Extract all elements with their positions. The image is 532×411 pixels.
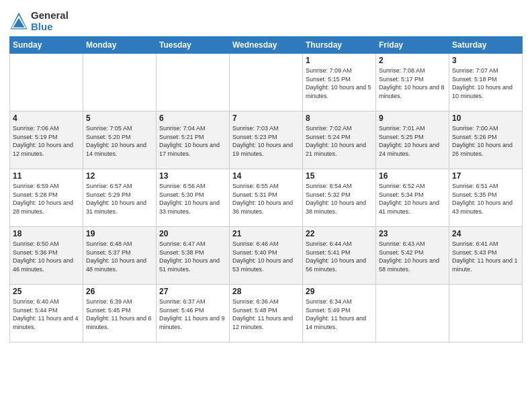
calendar-day-cell — [449, 285, 523, 342]
day-info: Sunrise: 6:51 AM Sunset: 5:35 PM Dayligh… — [452, 182, 519, 216]
day-number: 16 — [379, 171, 446, 181]
day-number: 15 — [306, 171, 373, 181]
calendar-day-cell: 26Sunrise: 6:39 AM Sunset: 5:45 PM Dayli… — [83, 285, 157, 342]
calendar-day-cell: 7Sunrise: 7:03 AM Sunset: 5:23 PM Daylig… — [230, 111, 303, 169]
calendar-day-cell: 1Sunrise: 7:09 AM Sunset: 5:15 PM Daylig… — [303, 54, 376, 111]
day-number: 7 — [232, 113, 300, 123]
day-number: 29 — [306, 287, 373, 296]
calendar-day-cell — [230, 54, 303, 111]
calendar-day-cell: 28Sunrise: 6:36 AM Sunset: 5:48 PM Dayli… — [230, 285, 303, 342]
calendar-week-row: 4Sunrise: 7:06 AM Sunset: 5:19 PM Daylig… — [10, 111, 523, 169]
day-number: 13 — [159, 171, 226, 181]
calendar-week-row: 11Sunrise: 6:59 AM Sunset: 5:28 PM Dayli… — [10, 169, 523, 227]
day-of-week-header: Monday — [83, 37, 157, 54]
header: General Blue — [9, 7, 523, 32]
day-of-week-header: Wednesday — [230, 37, 303, 54]
day-info: Sunrise: 6:46 AM Sunset: 5:40 PM Dayligh… — [232, 240, 300, 273]
day-info: Sunrise: 7:03 AM Sunset: 5:23 PM Dayligh… — [232, 124, 300, 158]
day-of-week-header: Tuesday — [157, 37, 230, 54]
day-number: 9 — [379, 113, 446, 123]
day-number: 26 — [86, 287, 153, 296]
calendar-day-cell: 13Sunrise: 6:56 AM Sunset: 5:30 PM Dayli… — [157, 169, 230, 227]
day-info: Sunrise: 6:34 AM Sunset: 5:49 PM Dayligh… — [306, 298, 373, 331]
day-info: Sunrise: 6:50 AM Sunset: 5:36 PM Dayligh… — [13, 240, 80, 273]
calendar-day-cell: 8Sunrise: 7:02 AM Sunset: 5:24 PM Daylig… — [303, 111, 376, 169]
calendar-day-cell: 12Sunrise: 6:57 AM Sunset: 5:29 PM Dayli… — [83, 169, 157, 227]
day-number: 24 — [452, 229, 519, 238]
calendar-day-cell: 17Sunrise: 6:51 AM Sunset: 5:35 PM Dayli… — [449, 169, 523, 227]
day-info: Sunrise: 6:41 AM Sunset: 5:43 PM Dayligh… — [452, 240, 519, 273]
day-number: 23 — [379, 229, 446, 238]
day-info: Sunrise: 6:54 AM Sunset: 5:32 PM Dayligh… — [306, 182, 373, 216]
day-number: 2 — [379, 56, 446, 65]
day-number: 14 — [232, 171, 300, 181]
calendar-day-cell: 20Sunrise: 6:47 AM Sunset: 5:38 PM Dayli… — [157, 227, 230, 285]
day-number: 10 — [452, 113, 519, 123]
day-number: 3 — [452, 56, 519, 65]
day-of-week-header: Thursday — [303, 37, 376, 54]
day-info: Sunrise: 7:05 AM Sunset: 5:20 PM Dayligh… — [86, 124, 153, 158]
logo-icon — [9, 11, 28, 30]
day-info: Sunrise: 6:44 AM Sunset: 5:41 PM Dayligh… — [306, 240, 373, 273]
day-info: Sunrise: 6:36 AM Sunset: 5:48 PM Dayligh… — [232, 298, 300, 331]
calendar-day-cell — [376, 285, 449, 342]
day-info: Sunrise: 6:40 AM Sunset: 5:44 PM Dayligh… — [13, 298, 80, 331]
calendar-day-cell: 23Sunrise: 6:43 AM Sunset: 5:42 PM Dayli… — [376, 227, 449, 285]
day-number: 28 — [232, 287, 300, 296]
day-number: 20 — [159, 229, 226, 238]
calendar-header-row: SundayMondayTuesdayWednesdayThursdayFrid… — [10, 37, 523, 54]
day-number: 1 — [306, 56, 373, 65]
calendar-week-row: 25Sunrise: 6:40 AM Sunset: 5:44 PM Dayli… — [10, 285, 523, 342]
calendar-day-cell — [83, 54, 157, 111]
calendar-day-cell: 15Sunrise: 6:54 AM Sunset: 5:32 PM Dayli… — [303, 169, 376, 227]
day-number: 8 — [306, 113, 373, 123]
day-info: Sunrise: 7:01 AM Sunset: 5:25 PM Dayligh… — [379, 124, 446, 158]
calendar-day-cell: 24Sunrise: 6:41 AM Sunset: 5:43 PM Dayli… — [449, 227, 523, 285]
calendar-day-cell — [157, 54, 230, 111]
calendar-day-cell: 11Sunrise: 6:59 AM Sunset: 5:28 PM Dayli… — [10, 169, 83, 227]
logo: General Blue — [9, 9, 69, 32]
day-number: 19 — [86, 229, 153, 238]
calendar-day-cell: 22Sunrise: 6:44 AM Sunset: 5:41 PM Dayli… — [303, 227, 376, 285]
day-info: Sunrise: 6:37 AM Sunset: 5:46 PM Dayligh… — [159, 298, 226, 331]
calendar-day-cell: 2Sunrise: 7:08 AM Sunset: 5:17 PM Daylig… — [376, 54, 449, 111]
day-info: Sunrise: 6:39 AM Sunset: 5:45 PM Dayligh… — [86, 298, 153, 331]
day-of-week-header: Saturday — [449, 37, 523, 54]
day-number: 25 — [13, 287, 80, 296]
day-info: Sunrise: 6:47 AM Sunset: 5:38 PM Dayligh… — [159, 240, 226, 273]
calendar-day-cell: 4Sunrise: 7:06 AM Sunset: 5:19 PM Daylig… — [10, 111, 83, 169]
day-number: 6 — [159, 113, 226, 123]
day-info: Sunrise: 6:56 AM Sunset: 5:30 PM Dayligh… — [159, 182, 226, 216]
calendar-day-cell: 16Sunrise: 6:52 AM Sunset: 5:34 PM Dayli… — [376, 169, 449, 227]
day-number: 4 — [13, 113, 80, 123]
logo-text: General Blue — [31, 9, 69, 32]
day-info: Sunrise: 6:43 AM Sunset: 5:42 PM Dayligh… — [379, 240, 446, 273]
day-number: 12 — [86, 171, 153, 181]
calendar-day-cell: 5Sunrise: 7:05 AM Sunset: 5:20 PM Daylig… — [83, 111, 157, 169]
calendar-day-cell: 6Sunrise: 7:04 AM Sunset: 5:21 PM Daylig… — [157, 111, 230, 169]
day-number: 22 — [306, 229, 373, 238]
calendar-table: SundayMondayTuesdayWednesdayThursdayFrid… — [9, 36, 523, 342]
day-of-week-header: Friday — [376, 37, 449, 54]
calendar-day-cell: 3Sunrise: 7:07 AM Sunset: 5:18 PM Daylig… — [449, 54, 523, 111]
day-info: Sunrise: 7:04 AM Sunset: 5:21 PM Dayligh… — [159, 124, 226, 158]
calendar-day-cell: 29Sunrise: 6:34 AM Sunset: 5:49 PM Dayli… — [303, 285, 376, 342]
day-info: Sunrise: 6:52 AM Sunset: 5:34 PM Dayligh… — [379, 182, 446, 216]
calendar-day-cell: 27Sunrise: 6:37 AM Sunset: 5:46 PM Dayli… — [157, 285, 230, 342]
day-of-week-header: Sunday — [10, 37, 83, 54]
day-info: Sunrise: 7:06 AM Sunset: 5:19 PM Dayligh… — [13, 124, 80, 158]
day-number: 18 — [13, 229, 80, 238]
calendar-week-row: 18Sunrise: 6:50 AM Sunset: 5:36 PM Dayli… — [10, 227, 523, 285]
calendar-day-cell: 25Sunrise: 6:40 AM Sunset: 5:44 PM Dayli… — [10, 285, 83, 342]
calendar-week-row: 1Sunrise: 7:09 AM Sunset: 5:15 PM Daylig… — [10, 54, 523, 111]
day-info: Sunrise: 7:08 AM Sunset: 5:17 PM Dayligh… — [379, 66, 446, 100]
calendar-day-cell: 14Sunrise: 6:55 AM Sunset: 5:31 PM Dayli… — [230, 169, 303, 227]
calendar-day-cell: 21Sunrise: 6:46 AM Sunset: 5:40 PM Dayli… — [230, 227, 303, 285]
day-info: Sunrise: 7:07 AM Sunset: 5:18 PM Dayligh… — [452, 66, 519, 100]
day-info: Sunrise: 6:55 AM Sunset: 5:31 PM Dayligh… — [232, 182, 300, 216]
page-container: General Blue SundayMondayTuesdayWednesda… — [0, 0, 532, 349]
day-number: 11 — [13, 171, 80, 181]
day-info: Sunrise: 6:59 AM Sunset: 5:28 PM Dayligh… — [13, 182, 80, 216]
calendar-day-cell: 18Sunrise: 6:50 AM Sunset: 5:36 PM Dayli… — [10, 227, 83, 285]
calendar-day-cell: 9Sunrise: 7:01 AM Sunset: 5:25 PM Daylig… — [376, 111, 449, 169]
